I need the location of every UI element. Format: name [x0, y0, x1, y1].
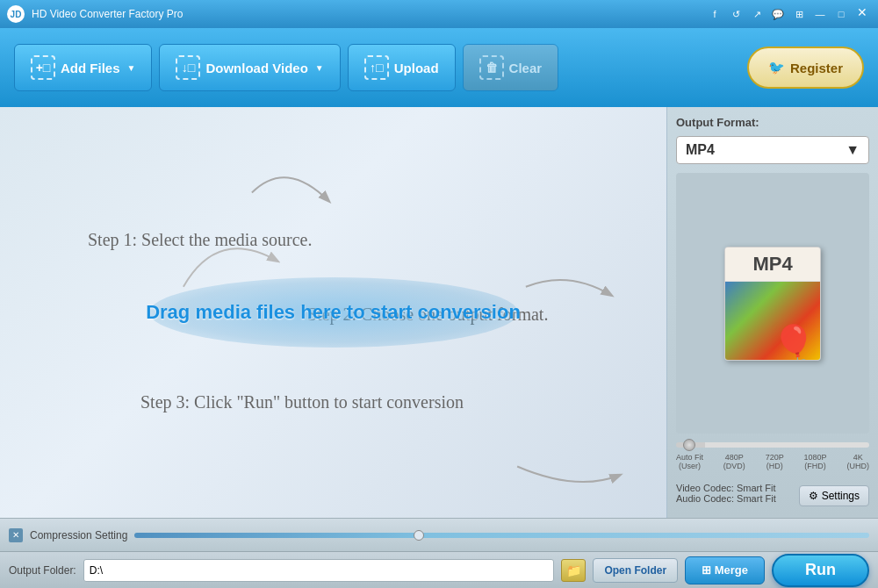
step1-text: Step 1: Select the media source. [88, 230, 312, 250]
download-video-button[interactable]: ↓□ Download Video ▼ [159, 44, 340, 91]
folder-icon: 📁 [566, 563, 581, 577]
clear-button[interactable]: 🗑 Clear [463, 44, 559, 91]
open-folder-button[interactable]: Open Folder [593, 558, 678, 583]
app-title: HD Video Converter Factory Pro [32, 8, 706, 20]
title-bar-controls: f ↺ ↗ 💬 ⊞ — □ ✕ [706, 5, 871, 23]
right-panel: Output Format: MP4 ▼ MP4 Auto Fit (User)… [667, 107, 878, 518]
compression-icon: ✕ [9, 528, 23, 542]
mp4-label: MP4 [725, 247, 820, 282]
close-button[interactable]: ✕ [853, 5, 871, 23]
output-format-label: Output Format: [676, 116, 869, 129]
upload-icon: ↑□ [364, 55, 389, 80]
codec-info: Video Codec: Smart Fit Audio Codec: Smar… [676, 483, 776, 504]
refresh-icon[interactable]: ↺ [727, 5, 745, 23]
video-codec: Video Codec: Smart Fit [676, 483, 776, 493]
settings-button[interactable]: ⚙ Settings [799, 485, 869, 506]
merge-button[interactable]: ⊞ Merge [685, 556, 765, 584]
mp4-thumbnail: MP4 [724, 247, 821, 361]
compression-thumb [414, 530, 424, 541]
download-icon: ↓□ [176, 55, 200, 80]
resolution-slider[interactable] [676, 442, 869, 448]
main-layout: Step 1: Select the media source. Step 2:… [0, 107, 878, 518]
title-bar: JD HD Video Converter Factory Pro f ↺ ↗ … [0, 0, 878, 28]
facebook-icon[interactable]: f [706, 5, 723, 23]
drop-area[interactable]: Step 1: Select the media source. Step 2:… [0, 107, 667, 518]
drag-drop-zone[interactable]: Drag media files here to start conversio… [149, 277, 518, 348]
toolbar: +□ Add Files ▼ ↓□ Download Video ▼ ↑□ Up… [0, 28, 878, 107]
resolution-area: Auto Fit (User) 480P (DVD) 720P (HD) 108… [676, 442, 869, 470]
add-files-dropdown-arrow: ▼ [127, 63, 136, 73]
minimize-button[interactable]: — [811, 5, 829, 23]
format-dropdown[interactable]: MP4 ▼ [676, 136, 869, 164]
register-button[interactable]: 🐦 Register [747, 47, 864, 89]
compression-slider[interactable] [134, 533, 869, 538]
output-folder-label: Output Folder: [9, 564, 76, 577]
clear-icon: 🗑 [479, 55, 504, 80]
resolution-slider-thumb [683, 439, 695, 451]
res-480p: 480P (DVD) [723, 453, 745, 470]
step3-text: Step 3: Click "Run" button to start conv… [140, 392, 464, 412]
app-logo: JD [7, 5, 25, 23]
run-button[interactable]: Run [772, 554, 869, 587]
download-dropdown-arrow: ▼ [315, 63, 324, 73]
drag-text: Drag media files here to start conversio… [146, 301, 521, 324]
res-1080p: 1080P (FHD) [804, 453, 827, 470]
format-selected-value: MP4 [686, 142, 715, 158]
footer: Output Folder: 📁 Open Folder ⊞ Merge Run [0, 551, 878, 588]
maximize-button[interactable]: □ [832, 5, 850, 23]
mp4-image [725, 282, 820, 360]
chat-icon[interactable]: 💬 [769, 5, 787, 23]
info-icon[interactable]: ⊞ [790, 5, 808, 23]
bottom-bar: ✕ Compression Setting [0, 518, 878, 551]
format-preview: MP4 [676, 173, 869, 434]
share-icon[interactable]: ↗ [748, 5, 766, 23]
compression-label: Compression Setting [30, 529, 127, 541]
output-folder-input[interactable] [83, 559, 555, 582]
browse-folder-button[interactable]: 📁 [561, 559, 586, 582]
add-files-icon: +□ [31, 55, 55, 80]
settings-icon: ⚙ [809, 490, 818, 502]
res-auto: Auto Fit (User) [676, 453, 703, 470]
res-4k: 4K (UHD) [846, 453, 869, 470]
register-icon: 🐦 [768, 60, 785, 75]
add-files-button[interactable]: +□ Add Files ▼ [14, 44, 152, 91]
upload-button[interactable]: ↑□ Upload [348, 44, 456, 91]
resolution-labels: Auto Fit (User) 480P (DVD) 720P (HD) 108… [676, 453, 869, 470]
audio-codec: Audio Codec: Smart Fit [676, 493, 776, 504]
format-dropdown-arrow: ▼ [846, 142, 860, 158]
res-720p: 720P (HD) [766, 453, 784, 470]
